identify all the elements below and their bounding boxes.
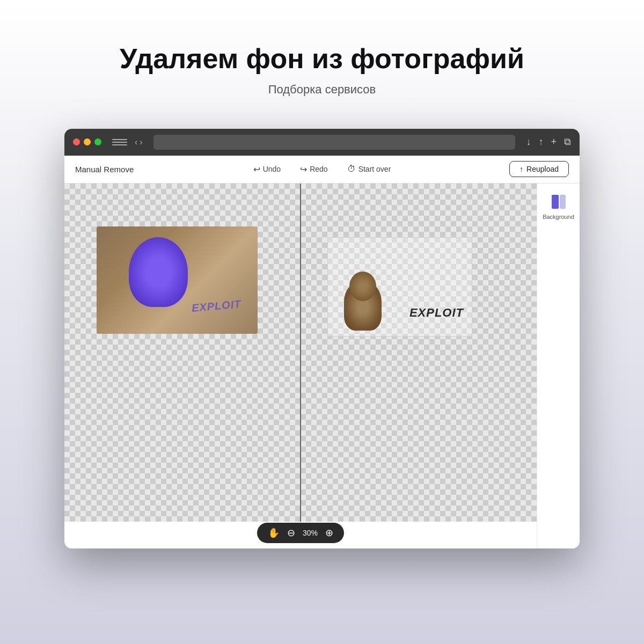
redo-button[interactable]: ↪ Redo [296,162,332,177]
start-over-button[interactable]: ⏱ Start over [343,162,396,176]
reupload-icon: ↑ [519,165,523,173]
toolbar-center: ↩ Undo ↪ Redo ⏱ Start over [240,162,405,177]
manual-remove-label: Manual Remove [75,165,134,174]
svg-rect-0 [552,195,559,209]
browser-window: ‹ › ↓ ↑ + ⧉ Manual Remove ↩ Undo ↪ Redo … [64,129,580,548]
canvas-area: EXPLOIT EXPLOIT ✋ ⊖ 30% ⊕ [64,184,537,548]
zoom-out-icon[interactable]: ⊖ [287,527,295,539]
traffic-light-green[interactable] [94,138,101,145]
main-title: Удаляем фон из фотографий [120,43,524,75]
download-icon[interactable]: ↓ [526,136,531,148]
sidebar-toggle-icon[interactable] [112,137,127,148]
browser-actions: ↓ ↑ + ⧉ [526,136,571,148]
exploit-text-processed: EXPLOIT [409,306,464,320]
original-image: EXPLOIT [97,226,258,334]
url-bar[interactable] [153,135,516,150]
right-panel: Background [537,184,580,548]
traffic-lights [73,138,101,145]
zoom-level: 30% [303,529,318,537]
redo-label: Redo [310,165,327,173]
toolbar-right: ↑ Reupload [404,161,569,177]
background-icon [549,192,568,211]
background-label: Background [543,214,574,220]
toolbar-left: Manual Remove [75,165,240,174]
undo-label: Undo [263,165,281,173]
cat-processed: EXPLOIT [328,238,472,336]
app-toolbar: Manual Remove ↩ Undo ↪ Redo ⏱ Start over… [64,156,580,184]
cat-original: EXPLOIT [97,226,258,334]
browser-chrome: ‹ › ↓ ↑ + ⧉ [64,129,580,156]
original-image-container: EXPLOIT [97,226,258,334]
svg-rect-1 [560,195,566,209]
start-over-label: Start over [358,165,391,173]
undo-button[interactable]: ↩ Undo [249,162,285,177]
background-panel-item[interactable]: Background [543,192,574,220]
cat-body [339,272,387,331]
undo-icon: ↩ [253,164,260,174]
share-icon[interactable]: ↑ [538,136,543,148]
bottom-toolbar: ✋ ⊖ 30% ⊕ [257,523,344,543]
nav-arrows: ‹ › [135,137,143,147]
processed-image-container: EXPLOIT [327,237,472,336]
tab-overview-icon[interactable]: ⧉ [564,136,571,148]
zoom-in-icon[interactable]: ⊕ [325,527,333,539]
redo-icon: ↪ [300,164,307,174]
hand-tool-icon[interactable]: ✋ [268,527,280,539]
start-over-icon: ⏱ [347,164,356,174]
subtitle: Подборка сервисов [120,83,524,97]
exploit-text-original: EXPLOIT [192,298,242,314]
traffic-light-red[interactable] [73,138,80,145]
traffic-light-yellow[interactable] [84,138,91,145]
nav-forward-icon[interactable]: › [140,137,142,147]
nav-back-icon[interactable]: ‹ [135,137,137,147]
reupload-button[interactable]: ↑ Reupload [509,161,569,177]
canvas-divider[interactable] [300,184,301,522]
add-tab-icon[interactable]: + [551,136,557,148]
app-content: EXPLOIT EXPLOIT ✋ ⊖ 30% ⊕ [64,184,580,548]
reupload-label: Reupload [526,165,559,173]
page-header: Удаляем фон из фотографий Подборка серви… [120,43,524,97]
